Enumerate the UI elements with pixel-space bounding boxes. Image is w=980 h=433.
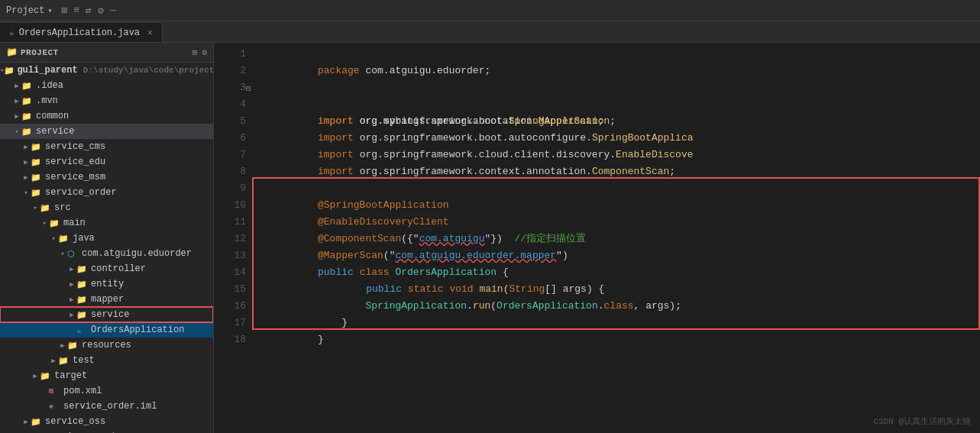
pom-order-label: pom.xml xyxy=(63,386,102,396)
test-label: test xyxy=(73,355,95,366)
project-header-title: Project xyxy=(21,48,59,57)
msm-label: service_msm xyxy=(45,172,105,183)
code-line-12: @MapperScan("com.atguigu.eduorder.mapper… xyxy=(258,231,974,247)
main-label: main xyxy=(63,218,86,228)
res-folder-icon: 📁 xyxy=(67,341,79,351)
code-line-15: SpringApplication.run(OrdersApplication.… xyxy=(258,281,974,298)
idea-label: .idea xyxy=(36,80,63,91)
code-line-9: @SpringBootApplication xyxy=(258,180,974,197)
tree-item-controller[interactable]: ▶ 📁 controller xyxy=(0,261,213,276)
tree-item-main[interactable]: ▾ 📁 main xyxy=(0,215,213,231)
ln-11: 11 ⬤ xyxy=(217,214,246,231)
mvn-folder-icon: 📁 xyxy=(21,96,34,106)
list-icon[interactable]: ≡ xyxy=(73,5,79,16)
res-label: resources xyxy=(82,340,131,351)
tree-item-service[interactable]: ▾ 📁 service xyxy=(0,124,213,139)
src-arrow: ▾ xyxy=(31,204,40,212)
tree-item-mapper[interactable]: ▶ 📁 mapper xyxy=(0,292,213,307)
code-line-3: ⊟ import org.mybatis.spring.annotation.M… xyxy=(258,79,974,96)
tree-item-service-msm[interactable]: ▶ 📁 service_msm xyxy=(0,170,213,185)
oss-label: service_oss xyxy=(45,416,105,427)
ln-4: 4 xyxy=(217,96,246,113)
tree-item-entity[interactable]: ▶ 📁 entity xyxy=(0,276,213,292)
tree-item-service-order[interactable]: ▾ 📁 service_order xyxy=(0,185,213,200)
tree-item-service-oss[interactable]: ▶ 📁 service_oss xyxy=(0,414,213,429)
dropdown-arrow[interactable]: ▾ xyxy=(47,6,52,15)
tree-item-target[interactable]: ▶ 📁 target xyxy=(0,368,213,383)
iml-icon: ◈ xyxy=(49,402,61,411)
root-label: guli_parent D:\study\java\code\project\g… xyxy=(17,65,214,76)
project-label: Project ▾ xyxy=(6,5,52,16)
tree-item-root[interactable]: ▾ 📁 guli_parent D:\study\java\code\proje… xyxy=(0,63,213,78)
ln-17: 17 xyxy=(217,315,246,331)
tree-item-src[interactable]: ▾ 📁 src xyxy=(0,200,213,215)
ln-6: 6 xyxy=(217,130,246,147)
tree-item-package[interactable]: ▾ ⬡ com.atguigu.eduorder xyxy=(0,246,213,261)
tab-close-button[interactable]: ✕ xyxy=(147,27,153,37)
ctrl-folder-icon: 📁 xyxy=(76,264,89,274)
mvn-label: .mvn xyxy=(36,95,58,106)
service-arrow: ▾ xyxy=(12,128,21,136)
minimize-icon[interactable]: — xyxy=(110,5,116,16)
tree-item-common[interactable]: ▶ 📁 common xyxy=(0,108,213,124)
code-line-14: public static void main(String[] args) { xyxy=(258,264,974,281)
idea-arrow: ▶ xyxy=(12,82,21,90)
main-layout: 📁 Project ⊞ ⚙ ▾ 📁 guli_parent D:\study\j… xyxy=(0,43,980,433)
ln-8: 8 xyxy=(217,163,246,180)
tree-item-idea[interactable]: ▶ 📁 .idea xyxy=(0,78,213,93)
main-arrow: ▾ xyxy=(40,219,49,228)
edu-arrow: ▶ xyxy=(21,158,31,166)
edu-folder-icon: 📁 xyxy=(31,157,43,167)
tree-item-resources[interactable]: ▶ 📁 resources xyxy=(0,338,213,353)
ln-10: 10 xyxy=(217,197,246,214)
tab-bar: ☕ OrdersApplication.java ✕ xyxy=(0,21,980,43)
tab-filename: OrdersApplication.java xyxy=(19,27,140,38)
ln-1: 1 xyxy=(217,46,246,63)
common-arrow: ▶ xyxy=(12,112,21,121)
mapper-label: mapper xyxy=(91,294,124,305)
scope-icon[interactable]: ⊞ xyxy=(192,47,198,57)
service-folder-icon: 📁 xyxy=(21,127,34,137)
gear-icon[interactable]: ⚙ xyxy=(202,47,207,57)
code-line-18 xyxy=(258,331,974,348)
mvn-arrow: ▶ xyxy=(12,97,21,105)
iml-arrow xyxy=(40,402,49,410)
code-area: 1 2 3 4 5 6 7 8 9 ⬤ 10 11 ⬤ 12 13 xyxy=(214,46,980,348)
tree-item-service-cms[interactable]: ▶ 📁 service_cms xyxy=(0,139,213,154)
code-line-10: @EnableDiscoveryClient xyxy=(258,197,974,214)
tree-item-service-ucenter[interactable]: ▶ 📁 service_ucenter xyxy=(0,429,213,433)
code-line-13: public class OrdersApplication { xyxy=(258,247,974,264)
tree-item-pom-order[interactable]: m pom.xml xyxy=(0,383,213,399)
ln-5: 5 xyxy=(217,113,246,130)
ln-18: 18 xyxy=(217,331,246,348)
tree-item-test[interactable]: ▶ 📁 test xyxy=(0,353,213,368)
java-file-icon: ☕ xyxy=(9,27,15,37)
tree-item-iml[interactable]: ◈ service_order.iml xyxy=(0,399,213,414)
oss-arrow: ▶ xyxy=(21,418,31,426)
code-line-2 xyxy=(258,63,974,79)
orders-app-arrow xyxy=(67,326,76,334)
code-editor[interactable]: 1 2 3 4 5 6 7 8 9 ⬤ 10 11 ⬤ 12 13 xyxy=(214,43,980,433)
pkg-arrow: ▾ xyxy=(58,250,67,258)
tree-item-java[interactable]: ▾ 📁 java xyxy=(0,231,213,246)
target-label: target xyxy=(54,370,87,381)
tree-item-service-edu[interactable]: ▶ 📁 service_edu xyxy=(0,154,213,170)
tree-item-mvn[interactable]: ▶ 📁 .mvn xyxy=(0,93,213,108)
layout-icon[interactable]: ⊞ xyxy=(61,5,67,17)
root-folder-icon: 📁 xyxy=(4,66,15,76)
tab-orders-application[interactable]: ☕ OrdersApplication.java ✕ xyxy=(0,22,163,42)
code-line-8 xyxy=(258,163,974,180)
order-label: service_order xyxy=(45,187,117,198)
entity-folder-icon: 📁 xyxy=(76,280,89,289)
ln-3: 3 xyxy=(217,79,246,96)
tree-item-orders-app[interactable]: ☕ OrdersApplication xyxy=(0,322,213,338)
code-line-5: import org.springframework.boot.autoconf… xyxy=(258,113,974,130)
settings-icon[interactable]: ⚙ xyxy=(98,5,104,17)
oss-folder-icon: 📁 xyxy=(31,417,43,427)
swap-icon[interactable]: ⇄ xyxy=(86,5,92,17)
tree-item-service-sub[interactable]: ▶ 📁 service xyxy=(0,307,213,322)
service-sub-label: service xyxy=(91,309,129,320)
ln-14: 14 ▶ xyxy=(217,264,246,281)
msm-arrow: ▶ xyxy=(21,173,31,182)
service-sub-folder-icon: 📁 xyxy=(76,310,89,320)
